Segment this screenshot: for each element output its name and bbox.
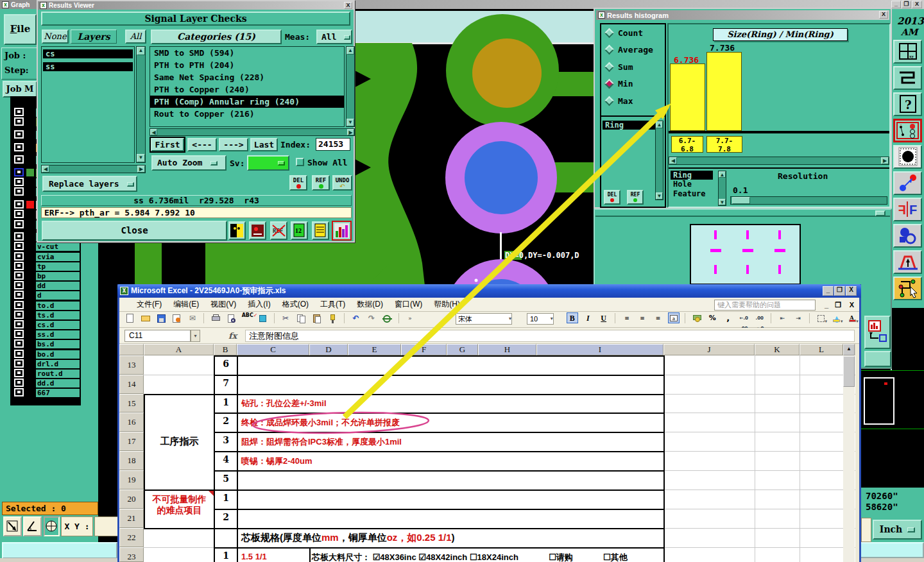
measure-item[interactable]: Feature <box>671 189 717 199</box>
column-header[interactable]: K <box>755 344 800 355</box>
column-header[interactable]: H <box>478 344 536 355</box>
main-close-button[interactable]: X <box>912 1 922 8</box>
row-header[interactable]: 21 <box>119 509 144 528</box>
rv-layer-list[interactable]: cs ss <box>41 46 135 163</box>
all-button[interactable]: All <box>125 30 146 44</box>
column-header[interactable]: B <box>214 344 237 355</box>
layer-checkbox[interactable] <box>14 369 24 377</box>
layer-row[interactable]: cs.d <box>10 320 81 329</box>
align-right-icon[interactable]: ≡ <box>653 312 664 323</box>
layer-row[interactable]: bp <box>10 271 81 280</box>
workbook-minimize[interactable]: _ <box>825 301 828 309</box>
cell-b14[interactable]: 7 <box>215 378 237 388</box>
cell-c18[interactable]: 喷锡：锡厚2-40um <box>241 456 312 467</box>
excel-titlebar[interactable]: X Microsoft Excel - 2V25469JA0-预审指示.xls <box>117 284 861 298</box>
close-button[interactable]: Close <box>42 221 227 241</box>
preview-tool-button[interactable] <box>864 316 891 349</box>
fill-color-icon[interactable]: 💧▾ <box>831 312 843 323</box>
index-input[interactable]: 24153 <box>316 138 350 151</box>
job-manager-button[interactable]: Job M <box>3 81 37 98</box>
layer-checkbox[interactable] <box>14 143 24 151</box>
radio-count[interactable] <box>604 28 615 38</box>
borders-icon[interactable]: ▾ <box>816 312 827 323</box>
undo-icon[interactable]: ↶ <box>350 312 361 323</box>
category-item-selected[interactable]: PTH (Comp) Annular ring (240) <box>150 96 344 108</box>
name-box[interactable]: C11 <box>124 330 191 342</box>
cell-c17[interactable]: 阻焊：阻焊需符合IPC3标准，厚度最小1mil <box>241 436 402 448</box>
layer-row[interactable]: dd.d <box>10 379 81 387</box>
layer-checkbox[interactable] <box>14 301 24 309</box>
layer-checkbox[interactable] <box>14 155 24 164</box>
cell-c15[interactable]: 钻孔：孔位公差+/-3mil <box>241 398 327 409</box>
row-header[interactable]: 13 <box>119 355 144 375</box>
cell-b13[interactable]: 6 <box>215 359 237 369</box>
layer-checkbox[interactable] <box>14 168 24 176</box>
row-header[interactable]: 15 <box>119 394 144 413</box>
layer-checkbox[interactable] <box>14 242 24 250</box>
prev-button[interactable]: <--- <box>187 138 217 151</box>
layer-checkbox[interactable] <box>14 262 24 270</box>
layer-checkbox[interactable] <box>14 187 24 196</box>
permission-icon[interactable] <box>171 312 182 323</box>
column-header[interactable]: I <box>536 344 663 355</box>
excel-minimize-button[interactable]: _ <box>823 286 834 296</box>
cell-b16[interactable]: 2 <box>215 416 237 426</box>
results-viewer-close-icon[interactable]: X <box>344 2 352 9</box>
cell-b19[interactable]: 5 <box>215 473 237 484</box>
cell-a20-21[interactable]: 不可批量制作的难点项目 <box>145 494 214 516</box>
measure-points-icon[interactable] <box>893 171 922 195</box>
menu-item[interactable]: 格式(O) <box>277 299 314 310</box>
undo-button[interactable]: UNDO ↶ <box>332 175 352 191</box>
categories-vscrollbar[interactable]: ▲ ▼ <box>346 46 355 127</box>
cell-b17[interactable]: 3 <box>215 435 237 445</box>
ref-button[interactable]: REF <box>312 175 330 191</box>
new-icon[interactable] <box>124 312 135 323</box>
layer-checkbox[interactable] <box>14 232 24 241</box>
layer-row[interactable]: v-cut <box>10 242 81 251</box>
toolbar-options-icon[interactable]: » <box>404 312 416 323</box>
align-left-icon[interactable]: ≡ <box>621 312 633 323</box>
excel-close-button[interactable]: X <box>846 286 857 296</box>
row-header[interactable]: 16 <box>119 413 144 432</box>
highlight-arch-icon[interactable] <box>893 250 922 274</box>
layer-row[interactable]: tp <box>10 262 81 271</box>
column-header[interactable]: F <box>401 344 447 355</box>
cell-c16[interactable]: 终检：成品焊环最小3mil；不允许单拼报废 <box>241 417 400 429</box>
flip-view-button[interactable] <box>228 221 246 240</box>
column-header[interactable]: G <box>447 344 478 355</box>
layer-checkbox[interactable] <box>14 388 24 396</box>
sv-color-dropdown[interactable] <box>247 155 289 171</box>
menu-item[interactable]: 文件(F) <box>131 299 167 310</box>
histogram-titlebar[interactable]: xResults histogram <box>596 10 889 20</box>
grid-toggle-button[interactable] <box>44 516 60 536</box>
layer-checkbox[interactable] <box>14 210 24 218</box>
decrease-decimal-icon[interactable]: .00→.0 <box>754 312 766 323</box>
row-header[interactable]: 14 <box>119 375 144 394</box>
mirror-ff-icon[interactable]: FF <box>893 198 922 221</box>
format-painter-icon[interactable] <box>327 312 338 323</box>
layer-checkbox[interactable] <box>14 108 24 116</box>
first-button[interactable]: First <box>151 138 184 151</box>
decrease-indent-icon[interactable]: ⇤ <box>777 312 789 323</box>
resolution-slider[interactable] <box>730 196 887 205</box>
measure-diag-button[interactable] <box>3 516 22 536</box>
bold-button[interactable]: B <box>567 312 578 323</box>
copy-icon[interactable] <box>295 312 307 323</box>
rv-layer-hscrollbar[interactable]: ◀ ▶ <box>41 165 146 173</box>
cell-d23[interactable]: 芯板大料尺寸： ☑48X36inc ☑48X42inch ☐18X24inch … <box>312 552 628 562</box>
layer-checkbox[interactable] <box>14 130 24 139</box>
layer-checkbox[interactable] <box>14 339 24 348</box>
replace-layers-dropdown[interactable]: Replace layers <box>42 176 137 192</box>
formula-input[interactable]: 注意附图信息 <box>245 330 855 342</box>
row-header[interactable]: 17 <box>119 432 144 451</box>
layer-row[interactable]: bs.d <box>10 339 81 348</box>
select-all-corner[interactable] <box>119 344 144 355</box>
numbers-page-button[interactable]: 12 <box>291 221 308 240</box>
measure-item-selected[interactable]: Ring <box>671 171 713 180</box>
xy-input[interactable] <box>94 516 120 536</box>
histogram-button[interactable] <box>332 221 352 241</box>
resolution-slider-thumb[interactable] <box>732 197 750 204</box>
layer-row[interactable]: to.d <box>10 301 81 310</box>
paste-icon[interactable] <box>311 312 323 323</box>
hist-ref-button[interactable]: REF <box>627 190 644 205</box>
